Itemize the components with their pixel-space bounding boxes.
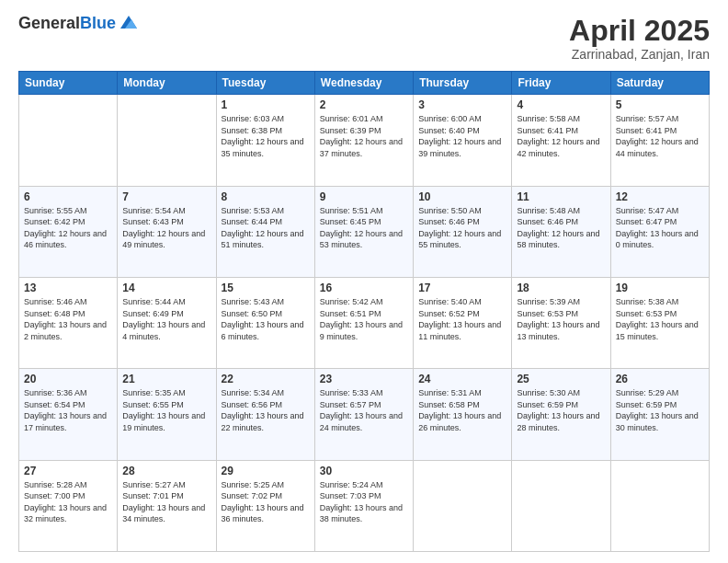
sunset-text: Sunset: 6:45 PM	[320, 217, 381, 226]
sunrise-text: Sunrise: 5:28 AM	[24, 480, 87, 489]
sunset-text: Sunset: 6:50 PM	[222, 309, 283, 318]
week-row-1: 6 Sunrise: 5:55 AM Sunset: 6:42 PM Dayli…	[19, 186, 710, 277]
day-number: 25	[517, 373, 605, 385]
daylight-text: Daylight: 13 hours and 26 minutes.	[418, 411, 501, 432]
sunrise-text: Sunrise: 6:00 AM	[418, 114, 482, 123]
sunrise-text: Sunrise: 5:40 AM	[418, 297, 482, 306]
daylight-text: Daylight: 12 hours and 51 minutes.	[222, 229, 304, 250]
sunset-text: Sunset: 6:55 PM	[122, 400, 184, 409]
sunrise-text: Sunrise: 5:24 AM	[320, 480, 383, 489]
week-row-0: 1 Sunrise: 6:03 AM Sunset: 6:38 PM Dayli…	[19, 95, 710, 186]
day-number: 2	[320, 98, 408, 111]
day-info: Sunrise: 5:39 AM Sunset: 6:53 PM Dayligh…	[517, 296, 605, 342]
location-subtitle: Zarrinabad, Zanjan, Iran	[569, 47, 710, 62]
calendar-table: Sunday Monday Tuesday Wednesday Thursday…	[18, 71, 710, 552]
day-info: Sunrise: 5:53 AM Sunset: 6:44 PM Dayligh…	[222, 205, 310, 251]
day-info: Sunrise: 6:01 AM Sunset: 6:39 PM Dayligh…	[320, 113, 408, 159]
sunset-text: Sunset: 6:59 PM	[616, 400, 677, 409]
day-number: 24	[418, 373, 506, 385]
header-sunday: Sunday	[19, 72, 118, 95]
day-number: 18	[517, 282, 605, 294]
daylight-text: Daylight: 13 hours and 6 minutes.	[222, 320, 304, 341]
day-cell: 24 Sunrise: 5:31 AM Sunset: 6:58 PM Dayl…	[414, 369, 512, 460]
day-info: Sunrise: 5:35 AM Sunset: 6:55 PM Dayligh…	[122, 387, 210, 433]
day-cell	[118, 95, 216, 186]
sunset-text: Sunset: 6:42 PM	[24, 217, 85, 226]
day-number: 1	[222, 98, 310, 111]
header-tuesday: Tuesday	[216, 72, 314, 95]
sunrise-text: Sunrise: 5:44 AM	[122, 297, 186, 306]
sunrise-text: Sunrise: 5:30 AM	[517, 388, 580, 397]
daylight-text: Daylight: 13 hours and 30 minutes.	[616, 411, 699, 432]
day-number: 21	[122, 373, 210, 385]
header-saturday: Saturday	[610, 72, 709, 95]
day-info: Sunrise: 5:34 AM Sunset: 6:56 PM Dayligh…	[222, 387, 310, 433]
day-cell: 27 Sunrise: 5:28 AM Sunset: 7:00 PM Dayl…	[19, 460, 118, 551]
day-cell: 18 Sunrise: 5:39 AM Sunset: 6:53 PM Dayl…	[512, 277, 610, 368]
daylight-text: Daylight: 13 hours and 4 minutes.	[122, 320, 205, 341]
day-cell	[19, 95, 118, 186]
sunrise-text: Sunrise: 5:48 AM	[517, 206, 580, 215]
day-cell: 26 Sunrise: 5:29 AM Sunset: 6:59 PM Dayl…	[610, 369, 709, 460]
page: GeneralBlue April 2025 Zarrinabad, Zanja…	[0, 0, 728, 563]
logo-general-text: General	[18, 14, 80, 32]
day-info: Sunrise: 6:00 AM Sunset: 6:40 PM Dayligh…	[418, 113, 506, 159]
day-number: 7	[122, 190, 210, 203]
day-info: Sunrise: 5:58 AM Sunset: 6:41 PM Dayligh…	[517, 113, 605, 159]
day-info: Sunrise: 5:51 AM Sunset: 6:45 PM Dayligh…	[320, 205, 408, 251]
header-thursday: Thursday	[414, 72, 512, 95]
logo-general: GeneralBlue	[18, 15, 116, 33]
day-number: 16	[320, 282, 408, 294]
sunset-text: Sunset: 6:39 PM	[320, 126, 381, 135]
day-cell: 7 Sunrise: 5:54 AM Sunset: 6:43 PM Dayli…	[118, 186, 216, 277]
daylight-text: Daylight: 13 hours and 34 minutes.	[122, 503, 205, 524]
day-number: 19	[616, 282, 704, 294]
sunset-text: Sunset: 6:52 PM	[418, 309, 480, 318]
day-info: Sunrise: 5:57 AM Sunset: 6:41 PM Dayligh…	[616, 113, 704, 159]
sunrise-text: Sunrise: 5:57 AM	[616, 114, 679, 123]
sunset-text: Sunset: 6:49 PM	[122, 309, 184, 318]
sunset-text: Sunset: 6:56 PM	[222, 400, 283, 409]
sunset-text: Sunset: 6:53 PM	[616, 309, 677, 318]
sunrise-text: Sunrise: 5:34 AM	[222, 388, 285, 397]
sunset-text: Sunset: 6:46 PM	[517, 217, 578, 226]
day-info: Sunrise: 6:03 AM Sunset: 6:38 PM Dayligh…	[222, 113, 310, 159]
day-info: Sunrise: 5:25 AM Sunset: 7:02 PM Dayligh…	[222, 479, 310, 525]
daylight-text: Daylight: 13 hours and 9 minutes.	[320, 320, 403, 341]
day-info: Sunrise: 5:50 AM Sunset: 6:46 PM Dayligh…	[418, 205, 506, 251]
sunset-text: Sunset: 6:51 PM	[320, 309, 381, 318]
day-cell: 4 Sunrise: 5:58 AM Sunset: 6:41 PM Dayli…	[512, 95, 610, 186]
day-number: 8	[222, 190, 310, 203]
day-cell: 6 Sunrise: 5:55 AM Sunset: 6:42 PM Dayli…	[19, 186, 118, 277]
day-info: Sunrise: 5:28 AM Sunset: 7:00 PM Dayligh…	[24, 479, 112, 525]
sunrise-text: Sunrise: 5:47 AM	[616, 206, 679, 215]
daylight-text: Daylight: 12 hours and 44 minutes.	[616, 137, 699, 158]
day-info: Sunrise: 5:54 AM Sunset: 6:43 PM Dayligh…	[122, 205, 210, 251]
sunset-text: Sunset: 6:54 PM	[24, 400, 85, 409]
day-number: 30	[320, 465, 408, 477]
daylight-text: Daylight: 12 hours and 35 minutes.	[222, 137, 304, 158]
day-number: 15	[222, 282, 310, 294]
day-cell: 9 Sunrise: 5:51 AM Sunset: 6:45 PM Dayli…	[314, 186, 413, 277]
sunset-text: Sunset: 7:03 PM	[320, 491, 381, 500]
day-info: Sunrise: 5:33 AM Sunset: 6:57 PM Dayligh…	[320, 387, 408, 433]
day-number: 29	[222, 465, 310, 477]
day-cell: 10 Sunrise: 5:50 AM Sunset: 6:46 PM Dayl…	[414, 186, 512, 277]
day-cell: 14 Sunrise: 5:44 AM Sunset: 6:49 PM Dayl…	[118, 277, 216, 368]
sunrise-text: Sunrise: 5:53 AM	[222, 206, 285, 215]
day-cell: 11 Sunrise: 5:48 AM Sunset: 6:46 PM Dayl…	[512, 186, 610, 277]
sunrise-text: Sunrise: 5:58 AM	[517, 114, 580, 123]
day-number: 9	[320, 190, 408, 203]
daylight-text: Daylight: 13 hours and 0 minutes.	[616, 229, 699, 250]
day-cell: 15 Sunrise: 5:43 AM Sunset: 6:50 PM Dayl…	[216, 277, 314, 368]
sunset-text: Sunset: 6:43 PM	[122, 217, 184, 226]
sunset-text: Sunset: 6:53 PM	[517, 309, 578, 318]
day-number: 5	[616, 98, 704, 111]
day-cell: 19 Sunrise: 5:38 AM Sunset: 6:53 PM Dayl…	[610, 277, 709, 368]
daylight-text: Daylight: 12 hours and 53 minutes.	[320, 229, 403, 250]
day-cell: 2 Sunrise: 6:01 AM Sunset: 6:39 PM Dayli…	[314, 95, 413, 186]
day-cell: 3 Sunrise: 6:00 AM Sunset: 6:40 PM Dayli…	[414, 95, 512, 186]
day-number: 27	[24, 465, 112, 477]
day-info: Sunrise: 5:46 AM Sunset: 6:48 PM Dayligh…	[24, 296, 112, 342]
day-cell	[512, 460, 610, 551]
